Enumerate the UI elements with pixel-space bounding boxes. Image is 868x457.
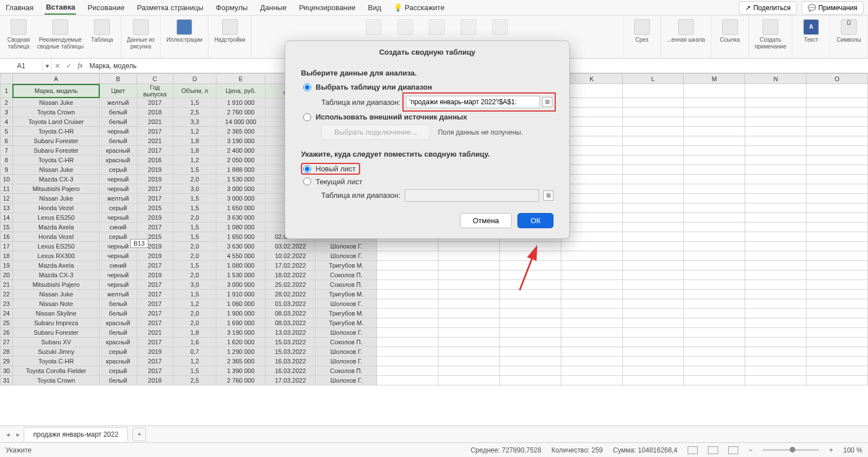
radio-external-source-input[interactable] <box>303 113 311 121</box>
pivot-table-button[interactable]: Сводная таблица <box>6 19 32 50</box>
sheet-tab-active[interactable]: продажи январь-март 2022 <box>24 427 128 441</box>
table-button[interactable]: Таблица <box>89 19 115 43</box>
connection-note: Поля данных не получены. <box>438 128 523 136</box>
chart-icon[interactable] <box>455 19 481 35</box>
create-pivot-dialog: Создать сводную таблицу Выберите данные … <box>285 41 570 239</box>
choose-connection-button: Выбрать подключение... <box>321 125 430 140</box>
symbols-button[interactable]: ΩСимволы <box>836 19 862 43</box>
ribbon-tabs: Главная Вставка Рисование Разметка стран… <box>0 0 868 16</box>
chart-icon[interactable] <box>487 19 513 35</box>
name-box[interactable]: A1 <box>0 60 43 72</box>
share-button[interactable]: ↗ Поделиться <box>739 1 796 15</box>
tab-home[interactable]: Главная <box>5 1 34 14</box>
tab-review[interactable]: Рецензирование <box>298 1 356 14</box>
confirm-entry-icon[interactable]: ✓ <box>63 62 74 70</box>
dest-range-picker-icon[interactable]: ⊞ <box>543 190 553 201</box>
radio-select-range-input[interactable] <box>303 83 311 91</box>
zoom-in-icon[interactable]: + <box>829 446 833 454</box>
tab-view[interactable]: Вид <box>367 1 383 14</box>
illustrations-button[interactable]: Иллюстрации <box>166 19 202 43</box>
status-bar: Укажите Среднее: 727890,7528 Количество:… <box>0 442 868 457</box>
range-input[interactable] <box>406 96 540 108</box>
data-from-picture-button[interactable]: Данные из рисунка <box>127 19 154 50</box>
dialog-section-1: Выберите данные для анализа. <box>301 69 553 77</box>
radio-new-sheet[interactable]: Новый лист <box>303 165 356 173</box>
new-comment-button[interactable]: Создать примечание <box>755 19 786 50</box>
sheet-tab-bar: ◂ ▸ продажи январь-март 2022 + <box>0 425 868 442</box>
tab-page-layout[interactable]: Разметка страницы <box>136 1 205 14</box>
view-normal-icon[interactable] <box>688 446 698 454</box>
link-button[interactable]: Ссылка <box>717 19 743 43</box>
slicer-button[interactable]: Срез <box>629 19 655 43</box>
chart-icon[interactable] <box>361 19 387 35</box>
dialog-section-2: Укажите, куда следует поместить сводную … <box>301 150 553 158</box>
view-page-break-icon[interactable] <box>728 446 738 454</box>
status-count: Количество: 259 <box>551 446 603 454</box>
fx-icon[interactable]: fx <box>74 61 86 70</box>
text-button[interactable]: AТекст <box>798 19 824 43</box>
sheet-nav-prev-icon[interactable]: ◂ <box>3 431 12 438</box>
sheet-nav-next-icon[interactable]: ▸ <box>14 431 23 438</box>
status-sum: Сумма: 104816268,4 <box>613 446 677 454</box>
tab-formulas[interactable]: Формулы <box>215 1 249 14</box>
addins-button[interactable]: Надстройки <box>214 19 245 43</box>
dialog-title: Создать сводную таблицу <box>285 41 569 63</box>
cell-tooltip: B13 <box>130 239 148 248</box>
zoom-slider[interactable] <box>763 449 819 451</box>
cancel-button[interactable]: Отмена <box>460 213 512 228</box>
chart-icon[interactable] <box>392 19 418 35</box>
view-page-layout-icon[interactable] <box>708 446 718 454</box>
comments-button[interactable]: 💬 Примечания <box>801 1 863 15</box>
chart-icon[interactable] <box>424 19 450 35</box>
cancel-entry-icon[interactable]: ✕ <box>52 62 63 70</box>
radio-external-source[interactable]: Использовать внешний источник данных <box>303 113 553 121</box>
tab-insert[interactable]: Вставка <box>45 1 76 15</box>
range-picker-icon[interactable]: ⊞ <box>542 97 552 107</box>
radio-existing-sheet-input[interactable] <box>303 178 311 185</box>
recommended-pivot-button[interactable]: Рекомендуемые сводные таблицы <box>37 19 83 50</box>
tab-draw[interactable]: Рисование <box>86 1 125 14</box>
radio-select-range[interactable]: Выбрать таблицу или диапазон <box>303 83 553 91</box>
radio-new-sheet-input[interactable] <box>303 165 311 173</box>
dest-range-label: Таблица или диапазон: <box>321 191 400 199</box>
dest-range-input[interactable] <box>405 189 539 202</box>
add-sheet-button[interactable]: + <box>132 428 146 441</box>
name-box-dropdown[interactable]: ▾ <box>43 59 52 73</box>
radio-existing-sheet[interactable]: Текущий лист <box>303 178 553 186</box>
tell-me[interactable]: 💡 Расскажите <box>392 1 445 14</box>
zoom-out-icon[interactable]: − <box>749 446 752 454</box>
status-mode: Укажите <box>6 446 32 454</box>
status-average: Среднее: 727890,7528 <box>471 446 541 454</box>
ok-button[interactable]: ОК <box>517 213 553 228</box>
timeline-button[interactable]: ...енная шкала <box>667 19 705 43</box>
tab-data[interactable]: Данные <box>259 1 287 14</box>
range-label: Таблица или диапазон: <box>321 98 400 107</box>
zoom-level: 100 % <box>843 446 862 454</box>
